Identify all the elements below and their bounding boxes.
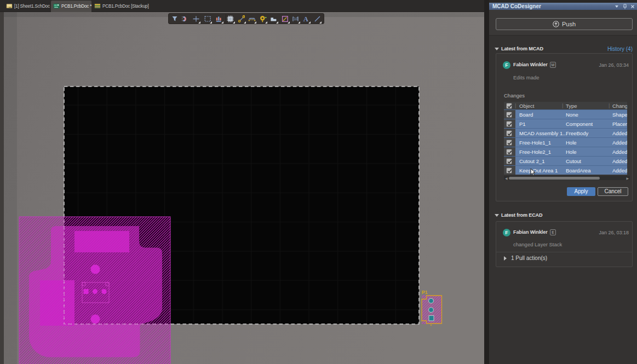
svg-text:10: 10 bbox=[294, 17, 299, 21]
svg-text:A: A bbox=[303, 15, 308, 23]
svg-text:P1: P1 bbox=[422, 290, 428, 295]
